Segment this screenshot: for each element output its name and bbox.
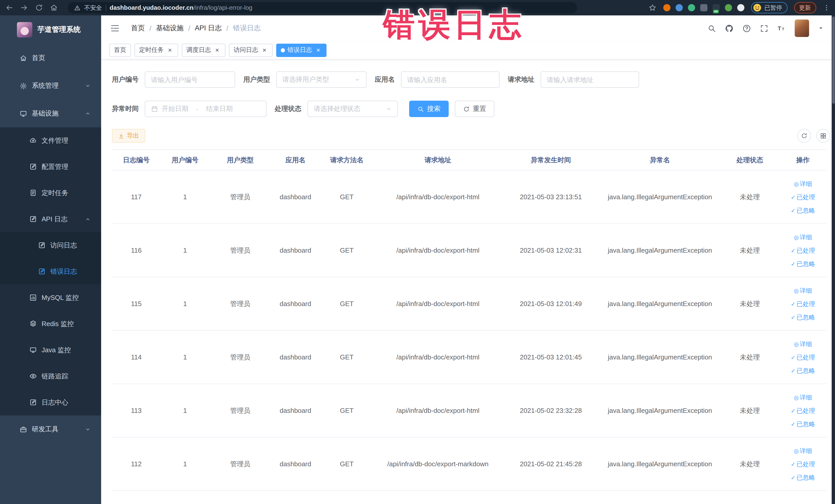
sidebar-item-9[interactable]: MySQL 监控	[0, 284, 101, 311]
user-menu-caret-icon[interactable]	[817, 25, 824, 31]
puzzle-extension-icon[interactable]	[737, 4, 745, 11]
detail-link[interactable]: ◎详细	[781, 284, 824, 297]
sidebar-item-5[interactable]: 定时任务	[0, 180, 101, 206]
github-icon[interactable]	[725, 24, 733, 33]
browser-home-icon[interactable]	[50, 4, 58, 12]
breadcrumb-item[interactable]: 首页	[131, 24, 145, 33]
fullscreen-icon[interactable]	[759, 24, 768, 33]
sidebar-item-2[interactable]: 基础设施	[0, 100, 101, 127]
mark-ignored-link[interactable]: ✓已忽略	[781, 310, 824, 324]
sidebar-item-label: 配置管理	[42, 162, 68, 171]
tab-close-icon[interactable]: ×	[213, 46, 221, 54]
mark-ignored-link[interactable]: ✓已忽略	[781, 257, 824, 270]
tab-close-icon[interactable]: ×	[261, 46, 268, 54]
mark-processed-link[interactable]: ✓已处理	[781, 244, 824, 257]
table-header-row: 日志编号用户编号用户类型应用名请求方法名请求地址异常发生时间异常名处理状态操作	[112, 150, 827, 170]
sidebar-item-0[interactable]: 首页	[0, 44, 101, 72]
sidebar-item-11[interactable]: Java 监控	[0, 337, 101, 363]
sidebar-item-4[interactable]: 配置管理	[0, 154, 101, 180]
request-url-input[interactable]	[541, 72, 639, 88]
sidebar-item-8-active[interactable]: 错误日志	[0, 258, 101, 284]
sidebar-item-14[interactable]: 研发工具	[0, 416, 101, 443]
sidebar-item-label: Redis 监控	[42, 319, 74, 328]
page-scrollbar[interactable]	[831, 15, 835, 504]
detail-link[interactable]: ◎详细	[781, 390, 824, 404]
sidebar-item-label: 首页	[32, 54, 45, 63]
address-bar[interactable]: 不安全 dashboard.yudao.iocoder.cn/infra/log…	[68, 2, 577, 13]
mark-processed-link[interactable]: ✓已处理	[781, 404, 824, 417]
cell-url: /api/infra/db-doc/export-html	[374, 330, 502, 384]
mark-ignored-link[interactable]: ✓已忽略	[781, 204, 824, 217]
user-type-select[interactable]: 请选择用户类型	[276, 72, 367, 88]
green-leaf-extension-icon[interactable]	[725, 4, 732, 11]
sidebar-item-7[interactable]: 访问日志	[0, 232, 101, 258]
reset-button[interactable]: 重置	[455, 101, 494, 117]
cell-url: /api/infra/db-doc/export-html	[374, 170, 502, 224]
tab-错误日志[interactable]: 错误日志×	[276, 43, 326, 57]
search-button[interactable]: 搜索	[409, 101, 449, 117]
detail-link[interactable]: ◎详细	[781, 230, 824, 244]
reset-button-label: 重置	[473, 104, 486, 114]
mark-processed-link[interactable]: ✓已处理	[781, 457, 824, 471]
calendar-icon	[151, 105, 158, 113]
search-icon[interactable]	[707, 24, 716, 33]
browser-forward-icon[interactable]	[20, 4, 28, 12]
chevron-up-icon	[85, 216, 91, 222]
sidebar-item-label: 基础设施	[32, 109, 59, 118]
exception-time-range-picker[interactable]: 开始日期 - 结束日期	[145, 101, 266, 117]
orange-extension-icon[interactable]	[663, 4, 670, 11]
scrollbar-thumb[interactable]	[832, 16, 834, 104]
mark-ignored-link[interactable]: ✓已忽略	[781, 471, 824, 484]
check-icon: ✓	[791, 244, 795, 257]
sidebar-item-10[interactable]: Redis 监控	[0, 311, 101, 337]
tab-访问日志[interactable]: 访问日志×	[229, 43, 272, 57]
mark-ignored-link[interactable]: ✓已忽略	[781, 364, 824, 377]
export-button[interactable]: 导出	[112, 129, 145, 143]
sidebar-item-1[interactable]: 系统管理	[0, 72, 101, 100]
tab-调度日志[interactable]: 调度日志×	[182, 43, 225, 57]
mark-processed-link[interactable]: ✓已处理	[781, 190, 824, 204]
profile-paused-badge[interactable]: 已暂停	[751, 2, 787, 13]
tab-定时任务[interactable]: 定时任务×	[135, 43, 178, 57]
check-icon: ✓	[791, 471, 795, 484]
mark-ignored-link[interactable]: ✓已忽略	[781, 417, 824, 430]
sidebar-item-12[interactable]: 链路追踪	[0, 363, 101, 389]
tab-close-icon[interactable]: ×	[166, 46, 174, 54]
detail-link[interactable]: ◎详细	[781, 177, 824, 190]
refresh-table-button[interactable]	[797, 129, 811, 143]
detail-link[interactable]: ◎详细	[781, 444, 824, 457]
detail-link-label: 详细	[800, 447, 812, 454]
sidebar-item-13[interactable]: 日志中心	[0, 389, 101, 416]
browser-reload-icon[interactable]	[35, 4, 43, 12]
cell-method: GET	[320, 277, 374, 330]
sidebar-item-3[interactable]: 文件管理	[0, 127, 101, 154]
user-id-input[interactable]	[145, 72, 235, 88]
user-avatar[interactable]	[794, 20, 809, 37]
blue-shield-extension-icon[interactable]	[676, 4, 683, 11]
breadcrumb-separator: /	[149, 24, 151, 32]
help-icon[interactable]	[742, 24, 751, 33]
detail-link[interactable]: ◎详细	[781, 337, 824, 350]
sidebar-item-6[interactable]: API 日志	[0, 206, 101, 232]
breadcrumb-item[interactable]: 基础设施	[156, 24, 184, 33]
tab-close-icon[interactable]: ×	[315, 46, 322, 54]
tab-首页[interactable]: 首页	[109, 43, 131, 57]
switch-on-extension-icon[interactable]: on	[713, 4, 720, 11]
mark-processed-link[interactable]: ✓已处理	[781, 350, 824, 364]
font-size-icon[interactable]: TT	[777, 24, 786, 33]
app-name-input[interactable]	[401, 72, 500, 88]
mark-processed-link-label: 已处理	[796, 193, 815, 201]
green-v-extension-icon[interactable]	[688, 4, 695, 11]
sidebar-toggle-icon[interactable]	[110, 24, 120, 33]
mark-ignored-link-label: 已忽略	[796, 420, 815, 427]
browser-menu-icon[interactable]	[823, 4, 830, 12]
process-status-select[interactable]: 请选择处理状态	[307, 101, 398, 117]
browser-back-icon[interactable]	[5, 4, 13, 12]
column-settings-button[interactable]	[816, 129, 830, 143]
browser-update-button[interactable]: 更新	[794, 2, 816, 13]
grid-extension-icon[interactable]	[700, 4, 708, 11]
mark-processed-link[interactable]: ✓已处理	[781, 297, 824, 310]
breadcrumb-item[interactable]: API 日志	[195, 24, 222, 33]
cell-actions: ◎详细✓已处理✓已忽略	[779, 277, 827, 330]
bookmark-star-icon[interactable]	[648, 4, 657, 12]
